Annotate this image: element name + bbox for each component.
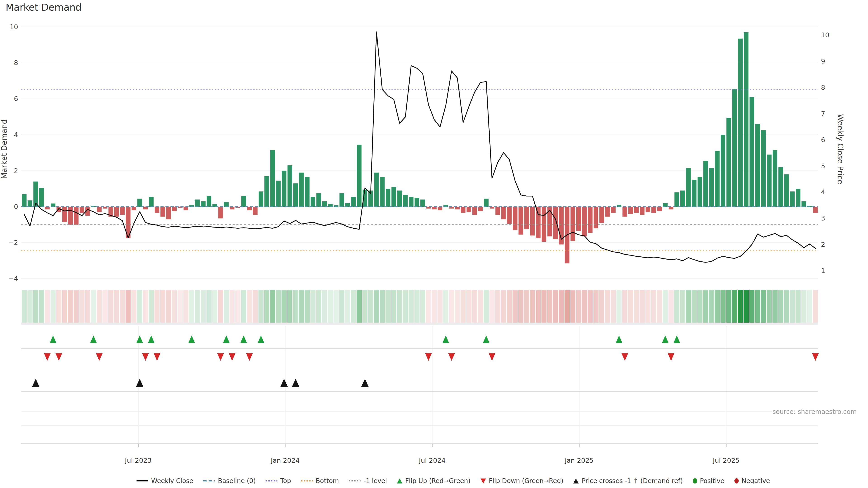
- legend-swatch-dot-icon: [349, 480, 361, 482]
- legend-item-weekly-close[interactable]: Weekly Close: [136, 477, 193, 485]
- legend-item-price-crosses-1-demand-ref[interactable]: Price crosses -1 ↑ (Demand ref): [573, 477, 683, 485]
- heatmap-cell: [333, 290, 339, 323]
- heatmap-cell: [51, 290, 56, 323]
- legend-item-baseline-0[interactable]: Baseline (0): [203, 477, 256, 485]
- heatmap-cell: [645, 290, 651, 323]
- demand-bar: [397, 191, 402, 207]
- x-tick-label: Jul 2023: [125, 457, 152, 464]
- heatmap-cell: [743, 290, 749, 323]
- heatmap-cell: [657, 290, 662, 323]
- legend-item-label: Price crosses -1 ↑ (Demand ref): [582, 477, 683, 485]
- flip-up-marker: [258, 335, 265, 343]
- heatmap-cell: [368, 290, 373, 323]
- left-tick-label: 2: [14, 167, 18, 175]
- legend-item-label: Bottom: [316, 477, 339, 485]
- heatmap-cell: [281, 290, 287, 323]
- demand-bar: [114, 207, 119, 217]
- legend-item-negative[interactable]: Negative: [735, 477, 770, 485]
- demand-bar: [282, 171, 286, 207]
- demand-bar: [149, 197, 154, 207]
- flip-down-marker: [154, 353, 160, 361]
- heatmap-cell: [189, 290, 194, 323]
- right-tick-label: 10: [821, 31, 829, 39]
- left-tick-label: 10: [10, 23, 18, 31]
- heatmap-cell: [149, 290, 154, 323]
- flip-down-marker: [812, 353, 819, 361]
- heatmap-cell: [518, 290, 524, 323]
- left-tick-label: 4: [14, 131, 18, 139]
- heatmap-cell: [39, 290, 44, 323]
- flip-down-marker: [229, 353, 236, 361]
- heatmap-cell: [715, 290, 720, 323]
- heatmap-cell: [680, 290, 685, 323]
- demand-bar: [455, 207, 460, 209]
- legend-item-positive[interactable]: Positive: [693, 477, 724, 485]
- demand-bar: [253, 207, 258, 215]
- demand-bar: [732, 89, 737, 207]
- right-tick-label: 2: [821, 240, 825, 248]
- demand-bar: [80, 207, 84, 213]
- demand-bar: [703, 161, 708, 207]
- left-tick-label: −4: [8, 275, 18, 283]
- demand-bar: [726, 118, 731, 207]
- flip-up-marker: [223, 335, 230, 343]
- demand-bar: [172, 207, 177, 211]
- legend-item-flip-down-green-red[interactable]: Flip Down (Green→Red): [480, 477, 563, 485]
- left-tick-label: 0: [14, 203, 18, 210]
- demand-bar: [773, 150, 777, 207]
- right-tick-label: 6: [821, 136, 825, 144]
- demand-bar: [247, 207, 252, 210]
- heatmap-cell: [206, 290, 212, 323]
- demand-bar: [553, 207, 558, 239]
- legend-item-1-level[interactable]: -1 level: [349, 477, 387, 485]
- heatmap-cell: [380, 290, 385, 323]
- heatmap-cell: [536, 290, 541, 323]
- heatmap-cell: [790, 290, 795, 323]
- legend-item-top[interactable]: Top: [266, 477, 291, 485]
- x-tick-label: Jul 2025: [712, 457, 740, 464]
- demand-bar: [622, 207, 627, 217]
- heatmap-cell: [582, 290, 587, 323]
- heatmap-cell: [351, 290, 356, 323]
- demand-bar: [305, 177, 309, 207]
- demand-bar: [316, 193, 321, 207]
- demand-bar: [432, 207, 437, 209]
- heatmap-cell: [599, 290, 604, 323]
- heatmap-cell: [310, 290, 315, 323]
- price-line: [24, 32, 815, 262]
- heatmap-cell: [339, 290, 344, 323]
- heatmap-cell: [102, 290, 107, 323]
- demand-bar: [39, 188, 44, 207]
- heatmap-cell: [478, 290, 483, 323]
- demand-bar: [120, 207, 125, 215]
- heatmap-cell: [224, 290, 229, 323]
- flip-up-marker: [240, 335, 247, 343]
- flip-up-marker: [662, 335, 669, 343]
- demand-bar: [74, 207, 79, 225]
- heatmap-cell: [403, 290, 408, 323]
- heatmap-cell: [513, 290, 518, 323]
- heatmap-cell: [91, 290, 96, 323]
- heatmap-cell: [720, 290, 725, 323]
- flip-up-marker: [136, 335, 143, 343]
- demand-bar: [541, 207, 546, 242]
- legend-item-label: Flip Down (Green→Red): [489, 477, 563, 485]
- demand-bar: [68, 207, 73, 225]
- heatmap-cell: [241, 290, 246, 323]
- legend-swatch-circle-icon: [735, 478, 739, 484]
- demand-bar: [62, 207, 67, 222]
- demand-bar: [265, 176, 269, 207]
- heatmap-cell: [674, 290, 680, 323]
- heatmap-cell: [45, 290, 50, 323]
- heatmap-cell: [767, 290, 772, 323]
- legend-item-bottom[interactable]: Bottom: [301, 477, 339, 485]
- legend-item-flip-up-red-green[interactable]: Flip Up (Red→Green): [397, 477, 471, 485]
- heatmap-cell: [570, 290, 576, 323]
- flip-down-marker: [246, 353, 253, 361]
- demand-bar: [287, 165, 292, 207]
- x-tick-label: Jan 2024: [270, 457, 300, 464]
- demand-bar: [813, 207, 818, 213]
- heatmap-cell: [588, 290, 593, 323]
- flip-down-marker: [55, 353, 62, 361]
- flip-down-marker: [621, 353, 628, 361]
